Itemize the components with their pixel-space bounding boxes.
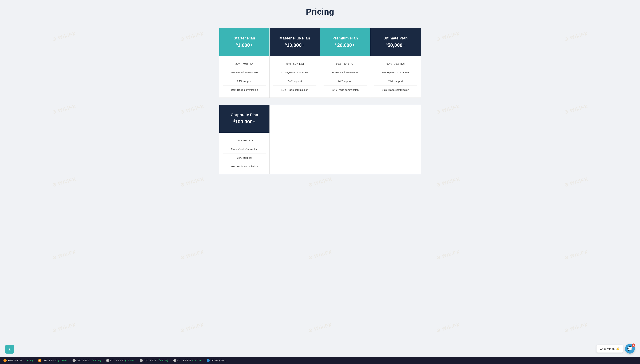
ticker-change-4: (2.40 %) bbox=[159, 359, 168, 362]
watermark-item: ⊙ WikiFX bbox=[0, 130, 135, 234]
card-price-3: $50,000+ bbox=[386, 42, 405, 48]
corporate-card: Corporate Plan $100,000+ 70% - 80% ROI M… bbox=[219, 105, 270, 174]
corporate-card-title: Corporate Plan bbox=[231, 113, 258, 117]
card-price-2: $20,000+ bbox=[336, 42, 355, 48]
watermark-item: ⊙ WikiFX bbox=[505, 58, 640, 161]
card-moneyback-2: MoneyBack Guarantee bbox=[324, 68, 367, 77]
card-support-0: 24/7 support bbox=[223, 77, 266, 86]
ticker-bar: X XMR: ¥ 94.74 (1.95 %) X XMR: £ 98.20 (… bbox=[0, 357, 640, 364]
corporate-card-price: $100,000+ bbox=[233, 119, 255, 125]
card-roi-2: 50% - 60% ROI bbox=[324, 60, 367, 68]
card-title-3: Ultimate Plan bbox=[383, 36, 408, 40]
card-title-2: Premium Plan bbox=[332, 36, 358, 40]
back-to-top-icon: ▲ bbox=[8, 347, 11, 351]
card-price-1: $10,000+ bbox=[285, 42, 304, 48]
ticker-change-5: (2.47 %) bbox=[192, 359, 201, 362]
card-moneyback-0: MoneyBack Guarantee bbox=[223, 68, 266, 77]
card-commission-0: 10% Trade commission bbox=[223, 86, 266, 94]
card-commission-2: 10% Trade commission bbox=[324, 86, 367, 94]
pricing-card-3: Ultimate Plan $50,000+ 60% - 70% ROI Mon… bbox=[370, 28, 421, 98]
chat-label: Chat with us 👋 bbox=[596, 345, 623, 352]
ticker-change-2: (2.55 %) bbox=[92, 359, 101, 362]
card-roi-3: 60% - 70% ROI bbox=[374, 60, 417, 68]
card-features-2: 50% - 60% ROI MoneyBack Guarantee 24/7 s… bbox=[320, 56, 370, 98]
card-header-0: Starter Plan $1,000+ bbox=[219, 28, 270, 56]
card-features-0: 30% - 40% ROI MoneyBack Guarantee 24/7 s… bbox=[219, 56, 270, 98]
card-support-2: 24/7 support bbox=[324, 77, 367, 86]
ticker-coin-0: XMR: ¥ 94.74 bbox=[8, 359, 23, 362]
page-title-container: Pricing bbox=[219, 7, 421, 19]
watermark-item: ⊙ WikiFX bbox=[121, 276, 263, 364]
ticker-item-6: D DASH: $ 30.1 bbox=[207, 359, 226, 362]
ticker-coin-2: LTC: $ 69.71 bbox=[77, 359, 91, 362]
card-roi-0: 30% - 40% ROI bbox=[223, 60, 266, 68]
card-header-3: Ultimate Plan $50,000+ bbox=[370, 28, 421, 56]
pricing-card-1: Master Plus Plan $10,000+ 40% - 50% ROI … bbox=[270, 28, 320, 98]
watermark-item: ⊙ WikiFX bbox=[377, 203, 519, 306]
ticker-coin-icon-4: L bbox=[140, 359, 143, 362]
watermark-item: ⊙ WikiFX bbox=[0, 58, 135, 161]
ticker-coin-icon-2: L bbox=[73, 359, 76, 362]
watermark-item: ⊙ WikiFX bbox=[377, 276, 519, 364]
ticker-change-3: (2.53 %) bbox=[125, 359, 134, 362]
corporate-card-header: Corporate Plan $100,000+ bbox=[219, 105, 270, 133]
card-support-3: 24/7 support bbox=[374, 77, 417, 86]
card-support-1: 24/7 support bbox=[273, 77, 316, 86]
watermark-item: ⊙ WikiFX bbox=[0, 276, 135, 364]
card-header-2: Premium Plan $20,000+ bbox=[320, 28, 370, 56]
watermark-item: ⊙ WikiFX bbox=[505, 0, 640, 88]
ticker-content: X XMR: ¥ 94.74 (1.95 %) X XMR: £ 98.20 (… bbox=[0, 359, 229, 362]
card-features-3: 60% - 70% ROI MoneyBack Guarantee 24/7 s… bbox=[370, 56, 421, 98]
ticker-coin-5: LTC: £ 55.03 bbox=[177, 359, 191, 362]
pricing-grid-bottom: Corporate Plan $100,000+ 70% - 80% ROI M… bbox=[219, 105, 421, 174]
card-moneyback-1: MoneyBack Guarantee bbox=[273, 68, 316, 77]
watermark-item: ⊙ WikiFX bbox=[505, 203, 640, 306]
dollar-sign-1: $ bbox=[285, 42, 287, 46]
card-features-1: 40% - 50% ROI MoneyBack Guarantee 24/7 s… bbox=[270, 56, 320, 98]
corporate-roi: 70% - 80% ROI bbox=[223, 136, 266, 145]
card-title-1: Master Plus Plan bbox=[279, 36, 310, 40]
main-content: Pricing Starter Plan $1,000+ 30% - 40% R… bbox=[216, 0, 425, 188]
ticker-coin-1: XMR: £ 98.20 bbox=[42, 359, 57, 362]
ticker-item-3: L LTC: € 64.40 (2.53 %) bbox=[106, 359, 134, 362]
card-commission-3: 10% Trade commission bbox=[374, 86, 417, 94]
chat-icon: 💬 bbox=[627, 346, 632, 351]
ticker-change-0: (1.95 %) bbox=[24, 359, 33, 362]
watermark-item: ⊙ WikiFX bbox=[249, 276, 391, 364]
ticker-coin-icon-6: D bbox=[207, 359, 210, 362]
ticker-item-4: L LTC: ¥ 52.97 (2.40 %) bbox=[140, 359, 168, 362]
card-commission-1: 10% Trade commission bbox=[273, 86, 316, 94]
ticker-change-1: (2.16 %) bbox=[58, 359, 67, 362]
ticker-coin-3: LTC: € 64.40 bbox=[110, 359, 124, 362]
watermark-item: ⊙ WikiFX bbox=[121, 203, 263, 306]
watermark-item: ⊙ WikiFX bbox=[505, 130, 640, 234]
card-roi-1: 40% - 50% ROI bbox=[273, 60, 316, 68]
ticker-item-0: X XMR: ¥ 94.74 (1.95 %) bbox=[4, 359, 33, 362]
ticker-item-1: X XMR: £ 98.20 (2.16 %) bbox=[38, 359, 68, 362]
card-title-0: Starter Plan bbox=[234, 36, 255, 40]
dollar-sign-3: $ bbox=[386, 42, 388, 46]
ticker-coin-6: DASH: $ 30.1 bbox=[211, 359, 226, 362]
ticker-item-2: L LTC: $ 69.71 (2.55 %) bbox=[73, 359, 101, 362]
pricing-grid-top: Starter Plan $1,000+ 30% - 40% ROI Money… bbox=[219, 28, 421, 98]
ticker-coin-4: LTC: ¥ 52.97 bbox=[144, 359, 158, 362]
chat-button[interactable]: 💬 1 bbox=[625, 344, 635, 354]
corporate-card-features: 70% - 80% ROI MoneyBack Guarantee 24/7 s… bbox=[219, 133, 270, 174]
card-price-0: $1,000+ bbox=[236, 42, 253, 48]
watermark-item: ⊙ WikiFX bbox=[249, 203, 391, 306]
corporate-support: 24/7 support bbox=[223, 154, 266, 162]
card-header-1: Master Plus Plan $10,000+ bbox=[270, 28, 320, 56]
ticker-item-5: L LTC: £ 55.03 (2.47 %) bbox=[173, 359, 202, 362]
watermark-item: ⊙ WikiFX bbox=[0, 0, 135, 88]
card-moneyback-3: MoneyBack Guarantee bbox=[374, 68, 417, 77]
page-title: Pricing bbox=[219, 7, 421, 16]
dollar-sign-2: $ bbox=[336, 42, 337, 46]
chat-badge: 1 bbox=[632, 344, 635, 347]
ticker-coin-icon-5: L bbox=[173, 359, 176, 362]
watermark-item: ⊙ WikiFX bbox=[0, 203, 135, 306]
corporate-moneyback: MoneyBack Guarantee bbox=[223, 145, 266, 154]
ticker-coin-icon-1: X bbox=[38, 359, 41, 362]
back-to-top-button[interactable]: ▲ bbox=[5, 345, 14, 354]
pricing-card-0: Starter Plan $1,000+ 30% - 40% ROI Money… bbox=[219, 28, 270, 98]
corporate-dollar-sign: $ bbox=[233, 119, 235, 122]
